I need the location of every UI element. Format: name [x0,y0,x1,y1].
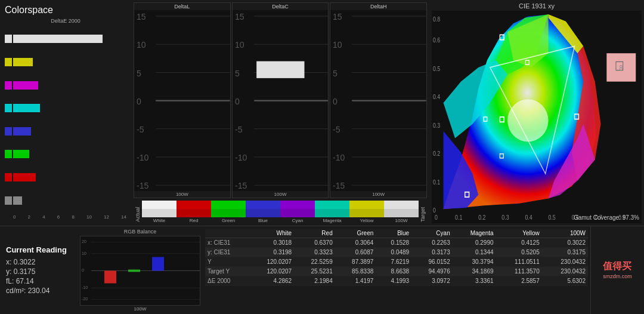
table-row-4: ΔE 20004.28622.19841.41974.19933.09723.3… [205,276,588,286]
actual-swatch-1 [177,201,211,209]
target-swatch-6 [349,209,384,217]
svg-text:10: 10 [235,40,244,50]
rgb-balance-panel: RGB Balance 20 10 0 -10 -20 [78,226,203,314]
table-cell-1-7: 0.3175 [542,248,588,257]
watermark-text: 值得买 [603,260,632,273]
bar-color-4 [5,127,12,136]
delta-svg-2: 151050-5-10-15 [330,10,426,191]
bar-color-7 [5,196,12,205]
table-cell-3-2: 85.8338 [335,267,376,276]
target-swatch-0 [142,209,177,217]
table-cell-0-3: 0.1528 [376,238,411,248]
table-cell-3-3: 8.6638 [376,267,411,276]
svg-text:-20: -20 [82,297,88,301]
watermark: 值得买 smzdm.com [590,226,644,314]
target-label: Target [419,201,427,223]
swatches-area: WhiteRedGreenBlueCyanMagentaYellow100W [142,201,419,223]
axis-labels: 02468101214 [5,214,126,220]
table-cell-3-5: 34.1869 [453,267,496,276]
current-reading-title: Current Reading [6,245,72,254]
table-cell-0-7: 0.3022 [542,238,588,248]
target-swatch-1 [177,209,211,217]
bar-fill-0 [13,35,103,43]
table-header-8: 100W [542,229,588,238]
rgb-balance-title: RGB Balance [80,229,200,235]
svg-text:0.3: 0.3 [501,214,509,221]
bar-fill-5 [13,150,29,158]
svg-text:0.2: 0.2 [478,214,485,221]
table-cell-2-3: 7.6219 [376,257,411,267]
svg-text:20: 20 [82,240,86,244]
swatch-label-7: 100W [384,217,419,223]
table-row-0: x: CIE310.30180.63700.30640.15280.22630.… [205,238,588,248]
table-cell-1-4: 0.3173 [411,248,453,257]
table-cell-4-7: 5.6302 [542,276,588,286]
bar-color-0 [5,35,12,43]
axis-val: 6 [57,214,60,220]
swatch-label-1: Red [177,217,211,223]
table-cell-3-6: 111.3570 [496,267,542,276]
bar-chart: 02468101214 [5,25,126,221]
svg-text:10: 10 [82,251,86,255]
axis-val: 2 [28,214,30,220]
target-swatch-row [142,209,419,217]
svg-text:0: 0 [435,214,438,221]
table-cell-2-2: 87.3897 [335,257,376,267]
delta-chart-body-1: 151050-5-10-15 [233,10,329,191]
delta-charts: DeltaL151050-5-10-15100WDeltaC151050-5-1… [134,2,427,198]
swatch-label-4: Cyan [280,217,315,223]
actual-swatch-7 [384,201,419,209]
bar-color-5 [5,150,12,158]
svg-text:15: 15 [137,12,146,21]
cr-fl: fL: 67.14 [6,277,72,285]
svg-text:10: 10 [333,40,342,50]
cr-x: x: 0.3022 [6,258,72,266]
svg-text:0: 0 [82,269,84,273]
table-cell-2-5: 30.3794 [453,257,496,267]
bar-row-2 [5,81,126,90]
table-cell-2-1: 22.5259 [294,257,335,267]
table-header-3: Green [335,229,376,238]
svg-text:5: 5 [333,68,338,78]
svg-rect-98 [128,270,140,272]
table-cell-3-1: 25.5231 [294,267,335,276]
table-cell-1-2: 0.6087 [335,248,376,257]
svg-rect-96 [104,271,116,284]
table-cell-3-0: 120.0207 [248,267,294,276]
table-cell-1-0: 0.3198 [248,248,294,257]
swatch-labels-row: WhiteRedGreenBlueCyanMagentaYellow100W [142,217,419,223]
table-cell-3-7: 230.0432 [542,267,588,276]
actual-label: Actual [134,201,142,223]
cie-panel: CIE 1931 xy [429,0,644,226]
axis-val: 4 [42,214,45,220]
main-container: Colorspace DeltaE 2000 02468101214 Delta… [0,0,644,314]
table-cell-0-0: 0.3018 [248,238,294,248]
table-cell-label-2: Y [205,257,248,267]
table-cell-4-3: 4.1993 [376,276,411,286]
bar-fill-7 [13,196,22,205]
table-cell-label-4: ΔE 2000 [205,276,248,286]
cie-title: CIE 1931 xy [432,2,642,10]
svg-text:15: 15 [333,12,342,21]
swatch-label-2: Green [211,217,246,223]
bar-fill-3 [13,104,40,112]
watermark-site: smzdm.com [603,273,632,281]
delta-chart-title-2: DeltaH [330,3,426,10]
swatch-label-5: Magenta [315,217,349,223]
axis-val: 10 [86,214,92,220]
target-swatch-2 [211,209,246,217]
current-reading-panel: Current Reading x: 0.3022 y: 0.3175 fL: … [0,226,78,314]
target-swatch-5 [315,209,349,217]
svg-text:-15: -15 [333,181,345,190]
target-swatch-4 [280,209,315,217]
table-row-2: Y120.020722.525987.38977.621996.015230.3… [205,257,588,267]
table-cell-3-4: 94.4976 [411,267,453,276]
delta-chart-2: DeltaH151050-5-10-15100W [330,2,427,198]
svg-text:-10: -10 [333,153,345,162]
rgb-svg: 20 10 0 -10 -20 [80,236,200,305]
svg-text:-5: -5 [333,125,340,134]
actual-swatch-4 [280,201,315,209]
table-cell-4-0: 4.2862 [248,276,294,286]
svg-text:0.6: 0.6 [433,37,440,44]
svg-text:0.4: 0.4 [433,94,441,101]
